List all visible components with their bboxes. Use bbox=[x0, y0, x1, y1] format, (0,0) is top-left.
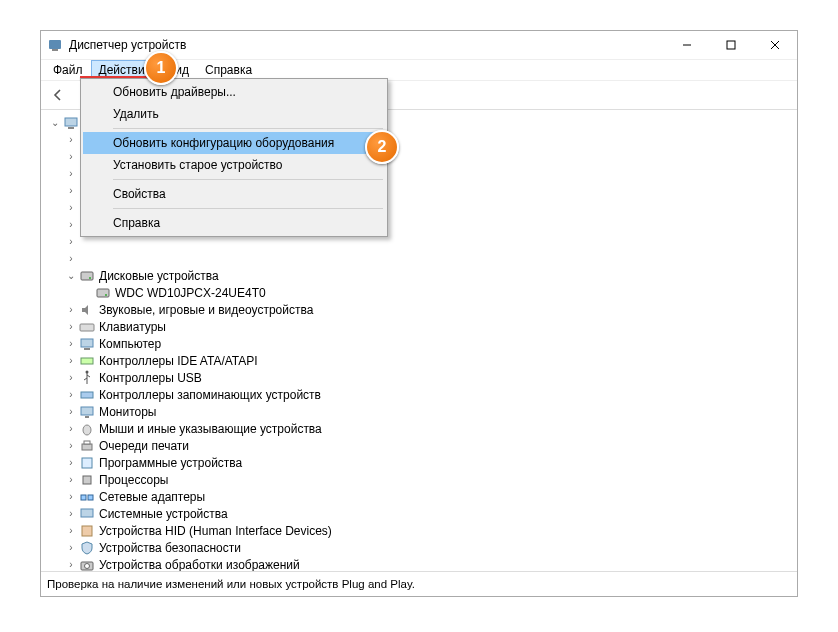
controller-icon bbox=[79, 387, 95, 403]
minimize-button[interactable] bbox=[665, 31, 709, 59]
svg-rect-25 bbox=[84, 441, 90, 444]
svg-rect-13 bbox=[97, 289, 109, 297]
tree-item-hid[interactable]: › Устройства HID (Human Interface Device… bbox=[43, 522, 795, 539]
window-title: Диспетчер устройств bbox=[69, 38, 665, 52]
status-text: Проверка на наличие изменений или новых … bbox=[47, 578, 415, 590]
menu-separator bbox=[113, 128, 383, 129]
expander-icon[interactable]: › bbox=[63, 474, 79, 485]
mouse-icon bbox=[79, 421, 95, 437]
svg-rect-30 bbox=[81, 509, 93, 517]
expander-icon[interactable]: › bbox=[63, 525, 79, 536]
menu-scan-hardware[interactable]: Обновить конфигурацию оборудования bbox=[83, 132, 385, 154]
statusbar: Проверка на наличие изменений или новых … bbox=[41, 571, 797, 596]
svg-rect-22 bbox=[85, 416, 89, 418]
tree-item-mice[interactable]: › Мыши и иные указывающие устройства bbox=[43, 420, 795, 437]
annotation-callout-2: 2 bbox=[365, 130, 399, 164]
expander-icon[interactable]: › bbox=[63, 457, 79, 468]
tree-item-storage-controllers[interactable]: › Контроллеры запоминающих устройств bbox=[43, 386, 795, 403]
hid-icon bbox=[79, 523, 95, 539]
expander-icon[interactable]: › bbox=[63, 542, 79, 553]
network-icon bbox=[79, 489, 95, 505]
expander-icon[interactable]: › bbox=[63, 355, 79, 366]
tree-item-wdc-disk[interactable]: WDC WD10JPCX-24UE4T0 bbox=[43, 284, 795, 301]
app-icon bbox=[47, 37, 63, 53]
svg-rect-18 bbox=[81, 358, 93, 364]
menu-properties[interactable]: Свойства bbox=[83, 183, 385, 205]
svg-rect-26 bbox=[82, 458, 92, 468]
disk-icon bbox=[79, 268, 95, 284]
system-icon bbox=[79, 506, 95, 522]
controller-icon bbox=[79, 353, 95, 369]
expander-icon[interactable]: › bbox=[63, 423, 79, 434]
expander-open-icon[interactable]: ⌄ bbox=[47, 117, 63, 128]
menu-separator bbox=[113, 179, 383, 180]
expander-icon[interactable]: › bbox=[63, 338, 79, 349]
computer-icon bbox=[79, 336, 95, 352]
computer-icon bbox=[63, 115, 79, 131]
disk-icon bbox=[95, 285, 111, 301]
svg-rect-29 bbox=[88, 495, 93, 500]
expander-icon[interactable]: › bbox=[63, 406, 79, 417]
tree-item-monitors[interactable]: › Мониторы bbox=[43, 403, 795, 420]
svg-rect-20 bbox=[81, 392, 93, 398]
tree-item[interactable]: › bbox=[43, 250, 795, 267]
expander-icon[interactable]: › bbox=[63, 508, 79, 519]
tree-item-imaging[interactable]: › Устройства обработки изображений bbox=[43, 556, 795, 571]
tree-item-usb[interactable]: › Контроллеры USB bbox=[43, 369, 795, 386]
svg-rect-28 bbox=[81, 495, 86, 500]
usb-icon bbox=[79, 370, 95, 386]
menu-add-legacy[interactable]: Установить старое устройство bbox=[83, 154, 385, 176]
tree-item-ide[interactable]: › Контроллеры IDE ATA/ATAPI bbox=[43, 352, 795, 369]
menu-delete[interactable]: Удалить bbox=[83, 103, 385, 125]
maximize-button[interactable] bbox=[709, 31, 753, 59]
tree-item-audio[interactable]: › Звуковые, игровые и видеоустройства bbox=[43, 301, 795, 318]
monitor-icon bbox=[79, 404, 95, 420]
tree-item-disk-devices[interactable]: ⌄ Дисковые устройства bbox=[43, 267, 795, 284]
action-dropdown-menu: Обновить драйверы... Удалить Обновить ко… bbox=[80, 78, 388, 237]
tree-item-processors[interactable]: › Процессоры bbox=[43, 471, 795, 488]
back-button[interactable] bbox=[45, 82, 71, 108]
expander-icon[interactable]: › bbox=[63, 389, 79, 400]
tree-item-keyboards[interactable]: › Клавиатуры bbox=[43, 318, 795, 335]
software-icon bbox=[79, 455, 95, 471]
tree-item-software-devices[interactable]: › Программные устройства bbox=[43, 454, 795, 471]
svg-rect-24 bbox=[82, 444, 92, 450]
svg-rect-17 bbox=[84, 348, 90, 350]
tree-item-security[interactable]: › Устройства безопасности bbox=[43, 539, 795, 556]
close-button[interactable] bbox=[753, 31, 797, 59]
svg-point-12 bbox=[89, 277, 91, 279]
expander-open-icon[interactable]: ⌄ bbox=[63, 270, 79, 281]
svg-point-33 bbox=[85, 563, 90, 568]
expander-icon[interactable]: › bbox=[63, 491, 79, 502]
menu-help-item[interactable]: Справка bbox=[83, 212, 385, 234]
svg-rect-0 bbox=[49, 40, 61, 49]
printer-icon bbox=[79, 438, 95, 454]
svg-rect-11 bbox=[81, 272, 93, 280]
menu-update-drivers[interactable]: Обновить драйверы... bbox=[83, 81, 385, 103]
annotation-callout-1: 1 bbox=[144, 51, 178, 85]
svg-rect-10 bbox=[68, 127, 74, 129]
speaker-icon bbox=[79, 302, 95, 318]
svg-point-19 bbox=[86, 370, 89, 373]
svg-point-23 bbox=[83, 425, 91, 435]
security-icon bbox=[79, 540, 95, 556]
expander-icon[interactable]: › bbox=[63, 559, 79, 570]
tree-item-system[interactable]: › Системные устройства bbox=[43, 505, 795, 522]
svg-rect-3 bbox=[727, 41, 735, 49]
expander-icon[interactable]: › bbox=[63, 440, 79, 451]
expander-icon[interactable]: › bbox=[63, 304, 79, 315]
menu-help[interactable]: Справка bbox=[197, 60, 260, 80]
expander-icon[interactable]: › bbox=[63, 321, 79, 332]
svg-point-14 bbox=[105, 294, 107, 296]
tree-item-computer[interactable]: › Компьютер bbox=[43, 335, 795, 352]
svg-rect-15 bbox=[80, 324, 94, 331]
tree-item-network[interactable]: › Сетевые адаптеры bbox=[43, 488, 795, 505]
menu-separator bbox=[113, 208, 383, 209]
expander-icon[interactable]: › bbox=[63, 372, 79, 383]
svg-rect-9 bbox=[65, 118, 77, 126]
cpu-icon bbox=[79, 472, 95, 488]
svg-rect-31 bbox=[82, 526, 92, 536]
svg-rect-1 bbox=[52, 49, 58, 51]
svg-rect-16 bbox=[81, 339, 93, 347]
tree-item-print-queues[interactable]: › Очереди печати bbox=[43, 437, 795, 454]
